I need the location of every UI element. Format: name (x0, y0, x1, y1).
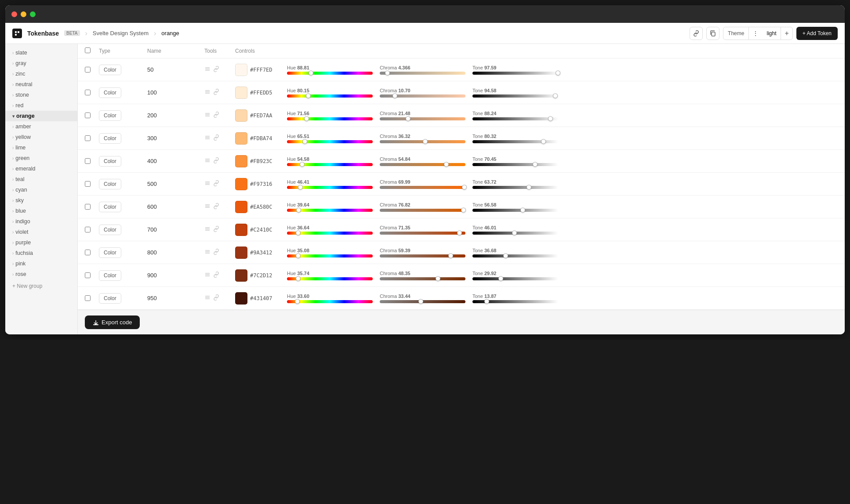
tone-slider[interactable] (472, 209, 558, 212)
hue-slider[interactable] (287, 277, 373, 280)
row-checkbox[interactable] (85, 250, 91, 255)
tone-slider[interactable] (472, 72, 558, 75)
link-icon[interactable] (213, 180, 219, 188)
row-checkbox[interactable] (85, 181, 91, 187)
minimize-button[interactable] (21, 11, 26, 17)
chroma-slider[interactable] (380, 300, 465, 303)
color-swatch[interactable] (235, 87, 247, 99)
drag-icon[interactable] (204, 272, 211, 279)
drag-icon[interactable] (204, 294, 211, 302)
sidebar-item-neutral[interactable]: ›neutral (5, 79, 77, 90)
color-swatch[interactable] (235, 109, 247, 122)
chroma-slider[interactable] (380, 72, 465, 75)
hue-slider[interactable] (287, 117, 373, 120)
chroma-slider[interactable] (380, 254, 465, 257)
drag-icon[interactable] (204, 134, 211, 142)
chroma-slider[interactable] (380, 186, 465, 189)
sidebar-item-stone[interactable]: ›stone (5, 90, 77, 100)
row-checkbox[interactable] (85, 295, 91, 301)
drag-icon[interactable] (204, 249, 211, 256)
row-checkbox[interactable] (85, 204, 91, 210)
sidebar-item-purple[interactable]: ›purple (5, 237, 77, 248)
sidebar-item-zinc[interactable]: ›zinc (5, 69, 77, 79)
color-swatch[interactable] (235, 224, 247, 236)
tone-slider[interactable] (472, 277, 558, 280)
hue-slider[interactable] (287, 163, 373, 166)
close-button[interactable] (11, 11, 17, 17)
tone-slider[interactable] (472, 94, 558, 98)
row-checkbox[interactable] (85, 67, 91, 73)
color-swatch[interactable] (235, 64, 247, 76)
hue-slider[interactable] (287, 186, 373, 189)
tone-slider[interactable] (472, 117, 558, 120)
chroma-slider[interactable] (380, 232, 465, 235)
sidebar-item-indigo[interactable]: ›indigo (5, 216, 77, 227)
color-swatch[interactable] (235, 201, 247, 213)
hue-slider[interactable] (287, 140, 373, 143)
tone-slider[interactable] (472, 140, 558, 143)
color-swatch[interactable] (235, 247, 247, 259)
sidebar-item-slate[interactable]: ›slate (5, 47, 77, 58)
theme-plus[interactable]: + (781, 29, 792, 37)
color-swatch[interactable] (235, 155, 247, 167)
drag-icon[interactable] (204, 66, 211, 73)
sidebar-item-pink[interactable]: ›pink (5, 258, 77, 269)
row-checkbox[interactable] (85, 112, 91, 118)
drag-icon[interactable] (204, 157, 211, 165)
sidebar-item-lime[interactable]: ›lime (5, 142, 77, 153)
chroma-slider[interactable] (380, 277, 465, 280)
sidebar-item-fuchsia[interactable]: ›fuchsia (5, 248, 77, 258)
row-checkbox[interactable] (85, 90, 91, 95)
sidebar-item-emerald[interactable]: ›emerald (5, 163, 77, 174)
hue-slider[interactable] (287, 300, 373, 303)
link-icon[interactable] (213, 66, 219, 73)
row-checkbox[interactable] (85, 158, 91, 164)
link-icon[interactable] (213, 112, 219, 119)
sidebar-item-amber[interactable]: ›amber (5, 121, 77, 132)
sidebar-item-violet[interactable]: ›violet (5, 227, 77, 237)
drag-icon[interactable] (204, 226, 211, 233)
hue-slider[interactable] (287, 72, 373, 75)
chroma-slider[interactable] (380, 117, 465, 120)
theme-dots[interactable]: ⋮ (749, 30, 762, 37)
sidebar-item-cyan[interactable]: ›cyan (5, 185, 77, 195)
chroma-slider[interactable] (380, 94, 465, 98)
breadcrumb-project[interactable]: Svelte Design System (93, 30, 149, 36)
chroma-slider[interactable] (380, 140, 465, 143)
tone-slider[interactable] (472, 254, 558, 257)
link-icon-btn[interactable] (690, 27, 703, 40)
copy-icon-btn[interactable] (706, 27, 719, 40)
hue-slider[interactable] (287, 209, 373, 212)
sidebar-item-green[interactable]: ›green (5, 153, 77, 163)
drag-icon[interactable] (204, 112, 211, 119)
drag-icon[interactable] (204, 203, 211, 210)
link-icon[interactable] (213, 249, 219, 256)
drag-icon[interactable] (204, 89, 211, 96)
sidebar-item-gray[interactable]: ›gray (5, 58, 77, 69)
select-all-checkbox[interactable] (85, 47, 91, 53)
color-swatch[interactable] (235, 132, 247, 145)
row-checkbox[interactable] (85, 135, 91, 141)
link-icon[interactable] (213, 272, 219, 279)
sidebar-item-orange[interactable]: ▾orange (5, 111, 77, 121)
sidebar-item-yellow[interactable]: ›yellow (5, 132, 77, 142)
chroma-slider[interactable] (380, 209, 465, 212)
drag-icon[interactable] (204, 180, 211, 188)
tone-slider[interactable] (472, 163, 558, 166)
chroma-slider[interactable] (380, 163, 465, 166)
color-swatch[interactable] (235, 178, 247, 190)
color-swatch[interactable] (235, 269, 247, 282)
sidebar-item-rose[interactable]: ›rose (5, 269, 77, 279)
color-swatch[interactable] (235, 292, 247, 305)
link-icon[interactable] (213, 157, 219, 165)
maximize-button[interactable] (30, 11, 36, 17)
sidebar-item-teal[interactable]: ›teal (5, 174, 77, 185)
hue-slider[interactable] (287, 94, 373, 98)
row-checkbox[interactable] (85, 272, 91, 278)
hue-slider[interactable] (287, 232, 373, 235)
tone-slider[interactable] (472, 232, 558, 235)
link-icon[interactable] (213, 203, 219, 210)
link-icon[interactable] (213, 89, 219, 96)
tone-slider[interactable] (472, 300, 558, 303)
hue-slider[interactable] (287, 254, 373, 257)
